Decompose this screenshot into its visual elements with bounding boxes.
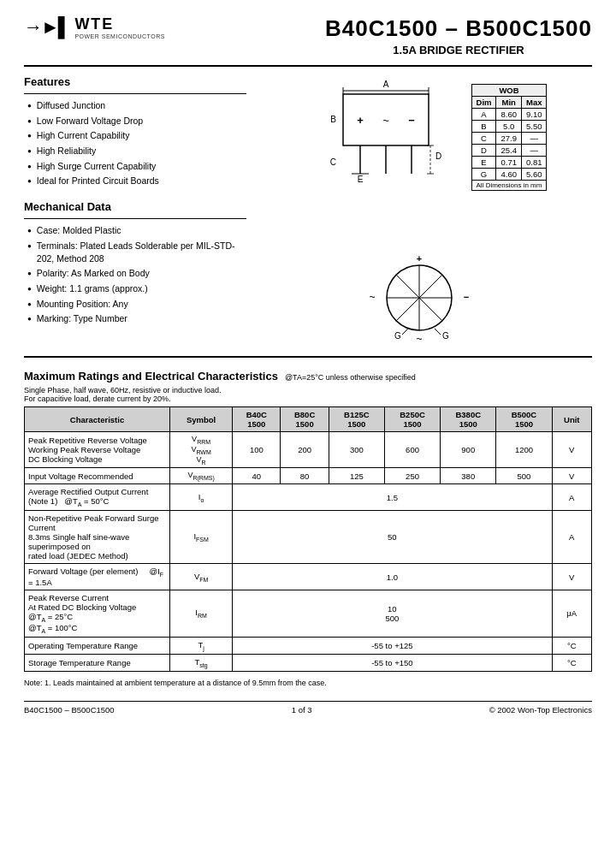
unit-surge: A — [552, 511, 591, 564]
dim-col-min: Min — [496, 97, 522, 109]
val-b380c-rms: 380 — [441, 468, 496, 484]
dim-row-d: D25.4— — [471, 145, 547, 157]
footer-right: © 2002 Won-Top Electronics — [489, 705, 592, 715]
row-input-voltage: Input Voltage Recommended VR(RMS) 40 80 … — [25, 468, 592, 484]
svg-text:+: + — [417, 253, 422, 264]
char-avg-current: Average Rectified Output Current (Note 1… — [25, 484, 170, 511]
val-b125c-rrm: 300 — [329, 432, 384, 468]
page-footer: B40C1500 – B500C1500 1 of 3 © 2002 Won-T… — [24, 701, 592, 715]
package-diagram: A B + ~ − C E D — [292, 75, 463, 246]
unit-rms: V — [552, 468, 591, 484]
val-op-temp: -55 to +125 — [233, 637, 552, 654]
dim-row-e: E0.710.81 — [471, 157, 547, 169]
unit-rrm: V — [552, 432, 591, 468]
mechanical-list: Case: Molded Plastic Terminals: Plated L… — [27, 224, 246, 325]
note-text: Note: 1. Leads maintained at ambient tem… — [24, 679, 592, 687]
val-b80c-rrm: 200 — [281, 432, 329, 468]
char-fv: Forward Voltage (per element) @IF = 1.5A — [25, 564, 170, 590]
val-storage-temp: -55 to +150 — [233, 654, 552, 671]
svg-text:A: A — [382, 80, 388, 89]
dim-table-container: WOB Dim Min Max A8.609.10 B5.05.50 C27.9 — [471, 75, 548, 191]
col-b380c: B380C1500 — [441, 407, 496, 432]
col-characteristic: Characteristic — [25, 407, 170, 432]
val-b250c-rms: 250 — [384, 468, 440, 484]
mech-item-5: Mounting Position: Any — [27, 298, 246, 311]
features-title: Features — [24, 75, 246, 88]
char-irm: Peak Reverse Current At Rated DC Blockin… — [25, 590, 170, 637]
title-area: B40C1500 – B500C1500 1.5A BRIDGE RECTIFI… — [325, 15, 592, 56]
max-ratings-header: Maximum Ratings and Electrical Character… — [24, 370, 592, 383]
feature-item-2: Low Forward Voltage Drop — [27, 115, 246, 128]
svg-text:~: ~ — [382, 114, 389, 127]
dim-col-max: Max — [521, 97, 547, 109]
row-forward-voltage: Forward Voltage (per element) @IF = 1.5A… — [25, 564, 592, 590]
sym-surge: IFSM — [170, 511, 233, 564]
main-title: B40C1500 – B500C1500 — [325, 15, 592, 42]
dim-row-c: C27.9— — [471, 133, 547, 145]
row-storage-temp: Storage Temperature Range Tstg -55 to +1… — [25, 654, 592, 671]
dim-row-g: G4.605.60 — [471, 169, 547, 181]
svg-text:C: C — [329, 157, 335, 167]
char-input-voltage: Input Voltage Recommended — [25, 468, 170, 484]
mech-item-2: Terminals: Plated Leads Solderable per M… — [27, 240, 246, 264]
diagram-container: A B + ~ − C E D — [292, 75, 548, 246]
val-b500c-rrm: 1200 — [496, 432, 552, 468]
dim-table-header: WOB — [471, 85, 547, 97]
features-list: Diffused Junction Low Forward Voltage Dr… — [27, 99, 246, 187]
unit-op-temp: °C — [552, 637, 591, 654]
logo-wte: WTE — [74, 15, 165, 33]
mech-item-6: Marking: Type Number — [27, 312, 246, 325]
unit-fv: V — [552, 564, 591, 590]
val-b80c-rms: 80 — [281, 468, 329, 484]
svg-line-31 — [435, 329, 441, 335]
val-b380c-rrm: 900 — [441, 432, 496, 468]
mech-item-3: Polarity: As Marked on Body — [27, 267, 246, 280]
sym-storage-temp: Tstg — [170, 654, 233, 671]
col-b80c: B80C1500 — [281, 407, 329, 432]
char-op-temp: Operating Temperature Range — [25, 637, 170, 654]
footer-center: 1 of 3 — [292, 705, 312, 715]
val-b125c-rms: 125 — [329, 468, 384, 484]
sym-fv: VFM — [170, 564, 233, 590]
feature-item-3: High Current Capability — [27, 129, 246, 142]
dim-footnote: All Dimensions in mm — [471, 181, 547, 191]
logo-area: →►▌ WTE POWER SEMICONDUCTORS — [24, 15, 165, 39]
svg-text:−: − — [464, 292, 469, 302]
row-reverse-current: Peak Reverse Current At Rated DC Blockin… — [25, 590, 592, 637]
svg-text:G: G — [442, 331, 449, 341]
mechanical-title: Mechanical Data — [24, 200, 246, 213]
col-b500c: B500C1500 — [496, 407, 552, 432]
mech-item-1: Case: Molded Plastic — [27, 224, 246, 237]
svg-text:−: − — [408, 114, 415, 127]
mechanical-line — [24, 218, 246, 219]
char-peak-reverse: Peak Repetitive Reverse Voltage Working … — [25, 432, 170, 468]
val-avg-current: 1.5 — [233, 484, 552, 511]
logo-icon: →►▌ — [24, 16, 69, 39]
features-col: Features Diffused Junction Low Forward V… — [24, 75, 246, 347]
svg-text:+: + — [357, 114, 364, 127]
col-unit: Unit — [552, 407, 591, 432]
max-ratings-title: Maximum Ratings and Electrical Character… — [24, 370, 278, 383]
row-op-temp: Operating Temperature Range Tj -55 to +1… — [25, 637, 592, 654]
col-b125c: B125C1500 — [329, 407, 384, 432]
sym-op-temp: Tj — [170, 637, 233, 654]
logo-subtitle: POWER SEMICONDUCTORS — [74, 33, 165, 39]
features-section: Features Diffused Junction Low Forward V… — [24, 75, 592, 347]
unit-storage-temp: °C — [552, 654, 591, 671]
svg-text:D: D — [435, 151, 441, 161]
sym-input-voltage: VR(RMS) — [170, 468, 233, 484]
row-surge-current: Non-Repetitive Peak Forward Surge Curren… — [25, 511, 592, 564]
val-b40c-rrm: 100 — [233, 432, 281, 468]
max-ratings-note: @TA=25°C unless otherwise specified — [285, 373, 416, 382]
circular-diagram-svg: + − ~ ~ G G — [346, 253, 492, 347]
val-b500c-rms: 500 — [496, 468, 552, 484]
char-surge: Non-Repetitive Peak Forward Surge Curren… — [25, 511, 170, 564]
svg-text:~: ~ — [416, 333, 422, 345]
dim-col-dim: Dim — [471, 97, 496, 109]
sym-irm: IRM — [170, 590, 233, 637]
dim-row-a: A8.609.10 — [471, 109, 547, 121]
feature-item-4: High Reliability — [27, 145, 246, 157]
title-divider — [24, 65, 592, 67]
svg-text:E: E — [357, 175, 363, 184]
feature-item-5: High Surge Current Capability — [27, 160, 246, 173]
